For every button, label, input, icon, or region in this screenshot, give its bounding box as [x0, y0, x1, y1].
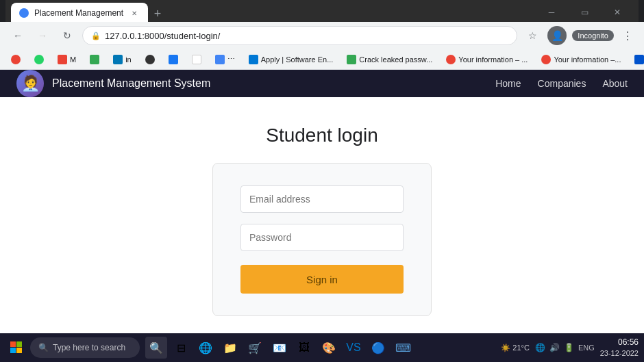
volume-icon: 🔊	[549, 343, 560, 352]
taskbar-app-store[interactable]: 🛒	[244, 337, 266, 359]
bookmarks-bar: M in ⋯ Apply | Software En... Crack leak…	[0, 49, 644, 70]
reload-button[interactable]: ↻	[58, 26, 77, 45]
bookmark-1[interactable]	[163, 53, 184, 66]
taskbar-clock: 06:56 23-12-2022	[600, 337, 639, 359]
new-tab-button[interactable]: +	[148, 4, 167, 23]
back-button[interactable]: ←	[8, 26, 27, 45]
start-button[interactable]	[5, 337, 27, 359]
svg-rect-1	[16, 341, 22, 347]
browser-controls-bar: ← → ↻ 🔒 127.0.0.1:8000/student-login/ ☆ …	[0, 22, 644, 49]
taskbar-right: ☀️ 21°C 🌐 🔊 🔋 ENG 06:56 23-12-2022	[501, 337, 639, 359]
nav-links: Home Companies About	[495, 78, 628, 89]
bookmark-info2[interactable]: Your information –...	[536, 53, 626, 66]
bookmark-info1[interactable]: Your information – ...	[441, 53, 533, 66]
bookmark-apply[interactable]: Apply | Software En...	[243, 53, 339, 66]
taskbar-search-placeholder: Type here to search	[53, 343, 125, 352]
brand-name: Placement Management System	[52, 77, 210, 90]
svg-rect-0	[10, 341, 16, 347]
language-indicator: ENG	[578, 344, 595, 352]
brand-avatar: 🧑‍💼	[16, 70, 44, 97]
bookmark-more-apps[interactable]: ⋯	[210, 53, 240, 66]
svg-rect-2	[10, 348, 16, 353]
forward-button[interactable]: →	[33, 26, 52, 45]
nav-home[interactable]: Home	[495, 78, 521, 89]
bookmark-crack[interactable]: Crack leaked passw...	[341, 53, 438, 66]
incognito-badge: Incognito	[572, 30, 614, 41]
taskbar-search-bar[interactable]: 🔍 Type here to search	[30, 337, 140, 358]
page-title: Student login	[266, 125, 377, 146]
app-wrapper: 🧑‍💼 Placement Management System Home Com…	[0, 70, 644, 333]
sign-in-button[interactable]: Sign in	[240, 265, 404, 294]
taskbar: 🔍 Type here to search 🔍 ⊟ 🌐 📁 🛒 📧 🖼 🎨 VS…	[0, 333, 644, 362]
main-content: Student login Sign in	[0, 97, 644, 333]
taskbar-time-display: 06:56	[600, 337, 639, 348]
bookmark-workday[interactable]: Workday	[629, 53, 644, 66]
taskbar-app-paint[interactable]: 🎨	[318, 337, 340, 359]
taskbar-app-terminal[interactable]: ⌨	[392, 337, 414, 359]
tab-favicon	[19, 8, 29, 18]
tab-close-button[interactable]: ✕	[129, 8, 140, 18]
nav-companies[interactable]: Companies	[538, 78, 586, 89]
tab-title: Placement Management System	[34, 8, 123, 18]
address-text: 127.0.0.1:8000/student-login/	[105, 31, 508, 41]
address-bar[interactable]: 🔒 127.0.0.1:8000/student-login/	[82, 26, 517, 45]
minimize-button[interactable]: ─	[536, 1, 567, 23]
battery-icon: 🔋	[564, 343, 574, 352]
bookmark-whatsapp[interactable]	[29, 53, 49, 66]
profile-button[interactable]: 👤	[547, 26, 567, 45]
bookmark-notion[interactable]	[186, 53, 207, 66]
network-icon: 🌐	[535, 343, 545, 352]
taskbar-app-taskview[interactable]: ⊟	[170, 337, 192, 359]
email-input[interactable]	[240, 185, 404, 213]
taskbar-app-chrome[interactable]: 🔵	[367, 337, 389, 359]
lock-icon: 🔒	[91, 31, 101, 40]
bookmark-apps[interactable]	[5, 53, 26, 66]
maximize-button[interactable]: ▭	[569, 1, 600, 23]
bookmark-star-button[interactable]: ☆	[523, 26, 542, 45]
taskbar-app-photos[interactable]: 🖼	[293, 337, 315, 359]
bookmark-github[interactable]	[140, 53, 160, 66]
taskbar-app-explorer[interactable]: 📁	[219, 337, 241, 359]
taskbar-app-vscode[interactable]: VS	[343, 337, 364, 359]
taskbar-system-icons: 🌐 🔊 🔋 ENG	[535, 343, 595, 352]
brand: 🧑‍💼 Placement Management System	[16, 70, 495, 97]
bookmark-drive[interactable]	[84, 53, 105, 66]
close-button[interactable]: ✕	[602, 1, 633, 23]
bookmark-linkedin[interactable]: in	[108, 53, 137, 66]
more-options-button[interactable]: ⋮	[619, 29, 636, 42]
taskbar-date-display: 23-12-2022	[600, 348, 639, 359]
active-tab[interactable]: Placement Management System ✕	[11, 3, 148, 23]
nav-about[interactable]: About	[602, 78, 628, 89]
navbar: 🧑‍💼 Placement Management System Home Com…	[0, 70, 644, 97]
taskbar-app-edge[interactable]: 🌐	[195, 337, 216, 359]
password-input[interactable]	[240, 224, 404, 251]
taskbar-weather: ☀️ 21°C	[501, 344, 530, 352]
bookmark-gmail[interactable]: M	[52, 53, 82, 66]
taskbar-app-mail[interactable]: 📧	[269, 337, 290, 359]
login-card: Sign in	[212, 163, 432, 316]
svg-rect-3	[16, 348, 22, 353]
taskbar-apps: 🔍 ⊟ 🌐 📁 🛒 📧 🖼 🎨 VS 🔵 ⌨	[145, 337, 414, 359]
browser-titlebar: Placement Management System ✕ + ─ ▭ ✕	[0, 0, 644, 22]
taskbar-app-search[interactable]: 🔍	[145, 337, 167, 359]
